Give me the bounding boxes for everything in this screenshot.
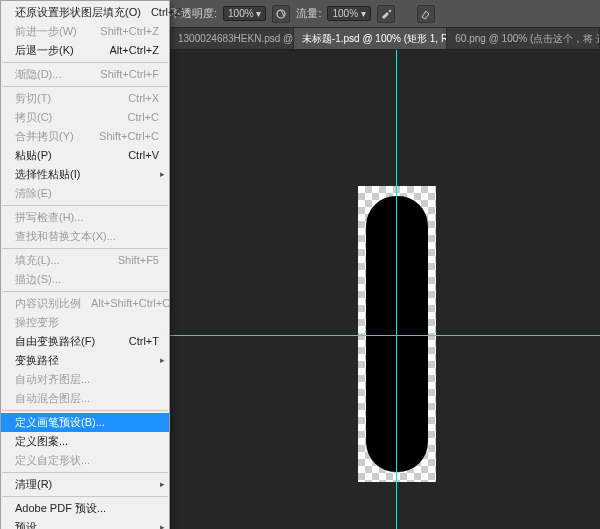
tab-label: 1300024683HEKN.psd @ 3...	[178, 33, 294, 44]
menu-item[interactable]: 定义图案...	[1, 432, 169, 451]
menu-item-shortcut: Shift+Ctrl+F	[100, 67, 159, 82]
menu-item-label: 定义自定形状...	[15, 453, 90, 468]
menu-item: 拷贝(C)Ctrl+C	[1, 108, 169, 127]
menu-item-label: 变换路径	[15, 353, 59, 368]
menu-item-shortcut: Alt+Shift+Ctrl+C	[91, 296, 170, 311]
menu-item[interactable]: 预设	[1, 518, 169, 529]
pressure-opacity-icon[interactable]	[272, 5, 290, 23]
menu-item-shortcut: Ctrl+C	[128, 110, 159, 125]
menu-item[interactable]: 自由变换路径(F)Ctrl+T	[1, 332, 169, 351]
menu-item-label: 拼写检查(H)...	[15, 210, 83, 225]
menu-item-label: 自动对齐图层...	[15, 372, 90, 387]
menu-item-shortcut: Alt+Ctrl+Z	[109, 43, 159, 58]
document-tab[interactable]: 未标题-1.psd @ 100% (矩形 1, RGB/...×	[294, 28, 448, 49]
menu-item: 合并拷贝(Y)Shift+Ctrl+C	[1, 127, 169, 146]
edit-menu: 还原设置形状图层填充(O)Ctrl+Z前进一步(W)Shift+Ctrl+Z后退…	[0, 0, 170, 529]
menu-item-label: 描边(S)...	[15, 272, 61, 287]
menu-item: 描边(S)...	[1, 270, 169, 289]
menu-separator	[2, 291, 168, 292]
menu-item-shortcut: Shift+Ctrl+C	[99, 129, 159, 144]
menu-item-label: 内容识别比例	[15, 296, 81, 311]
menu-item-label: 清理(R)	[15, 477, 52, 492]
menu-item-label: 填充(L)...	[15, 253, 60, 268]
menu-item: 操控变形	[1, 313, 169, 332]
tab-label: 未标题-1.psd @ 100% (矩形 1, RGB/...	[302, 32, 448, 46]
flow-label: 流量:	[296, 6, 321, 21]
menu-item-label: 选择性粘贴(I)	[15, 167, 80, 182]
menu-item-label: 粘贴(P)	[15, 148, 52, 163]
menu-item-shortcut: Shift+Ctrl+Z	[100, 24, 159, 39]
menu-item: 填充(L)...Shift+F5	[1, 251, 169, 270]
menu-item-label: 操控变形	[15, 315, 59, 330]
menu-item-label: Adobe PDF 预设...	[15, 501, 106, 516]
opacity-value[interactable]: 100% ▾	[223, 6, 266, 21]
menu-separator	[2, 205, 168, 206]
rounded-rect-shape	[366, 196, 428, 472]
menu-item-shortcut: Ctrl+Z	[151, 5, 181, 20]
menu-item-label: 定义画笔预设(B)...	[15, 415, 105, 430]
menu-item-shortcut: Ctrl+T	[129, 334, 159, 349]
menu-item: 自动混合图层...	[1, 389, 169, 408]
airbrush-icon[interactable]	[377, 5, 395, 23]
document-tabs: 1300024683HEKN.psd @ 3...×未标题-1.psd @ 10…	[170, 28, 600, 50]
guide-horizontal[interactable]	[170, 335, 600, 336]
menu-item-shortcut: Shift+F5	[118, 253, 159, 268]
tab-label: 60.png @ 100% (点击这个，将 选区转	[455, 32, 600, 46]
menu-item[interactable]: 清理(R)	[1, 475, 169, 494]
menu-item: 拼写检查(H)...	[1, 208, 169, 227]
menu-item[interactable]: 变换路径	[1, 351, 169, 370]
menu-separator	[2, 62, 168, 63]
menu-item-label: 拷贝(C)	[15, 110, 52, 125]
menu-separator	[2, 248, 168, 249]
menu-item[interactable]: 还原设置形状图层填充(O)Ctrl+Z	[1, 3, 169, 22]
menu-item: 渐隐(D)...Shift+Ctrl+F	[1, 65, 169, 84]
menu-item-label: 前进一步(W)	[15, 24, 77, 39]
svg-point-1	[389, 9, 391, 11]
menu-item-label: 渐隐(D)...	[15, 67, 61, 82]
menu-item[interactable]: 粘贴(P)Ctrl+V	[1, 146, 169, 165]
menu-item[interactable]: 选择性粘贴(I)	[1, 165, 169, 184]
menu-separator	[2, 410, 168, 411]
svg-point-0	[277, 10, 285, 18]
menu-item-label: 合并拷贝(Y)	[15, 129, 74, 144]
menu-item-label: 自由变换路径(F)	[15, 334, 95, 349]
menu-separator	[2, 496, 168, 497]
guide-vertical[interactable]	[396, 50, 397, 529]
menu-item-label: 查找和替换文本(X)...	[15, 229, 116, 244]
menu-item-label: 还原设置形状图层填充(O)	[15, 5, 141, 20]
menu-item: 定义自定形状...	[1, 451, 169, 470]
menu-item-label: 清除(E)	[15, 186, 52, 201]
menu-item-label: 定义图案...	[15, 434, 68, 449]
menu-item-label: 自动混合图层...	[15, 391, 90, 406]
menu-item: 前进一步(W)Shift+Ctrl+Z	[1, 22, 169, 41]
menu-item: 清除(E)	[1, 184, 169, 203]
menu-item-label: 剪切(T)	[15, 91, 51, 106]
flow-value[interactable]: 100% ▾	[327, 6, 370, 21]
pressure-size-icon[interactable]	[417, 5, 435, 23]
canvas-area[interactable]	[170, 50, 600, 529]
menu-item: 内容识别比例Alt+Shift+Ctrl+C	[1, 294, 169, 313]
menu-item-shortcut: Ctrl+X	[128, 91, 159, 106]
menu-separator	[2, 86, 168, 87]
menu-item-label: 后退一步(K)	[15, 43, 74, 58]
document-tab[interactable]: 60.png @ 100% (点击这个，将 选区转×	[447, 28, 600, 49]
menu-item[interactable]: 后退一步(K)Alt+Ctrl+Z	[1, 41, 169, 60]
menu-item-label: 预设	[15, 520, 37, 529]
menu-item-shortcut: Ctrl+V	[128, 148, 159, 163]
artboard	[358, 186, 436, 482]
menu-item[interactable]: 定义画笔预设(B)...	[1, 413, 169, 432]
menu-item: 自动对齐图层...	[1, 370, 169, 389]
menu-item[interactable]: Adobe PDF 预设...	[1, 499, 169, 518]
document-tab[interactable]: 1300024683HEKN.psd @ 3...×	[170, 28, 294, 49]
menu-separator	[2, 472, 168, 473]
menu-item: 查找和替换文本(X)...	[1, 227, 169, 246]
menu-item: 剪切(T)Ctrl+X	[1, 89, 169, 108]
